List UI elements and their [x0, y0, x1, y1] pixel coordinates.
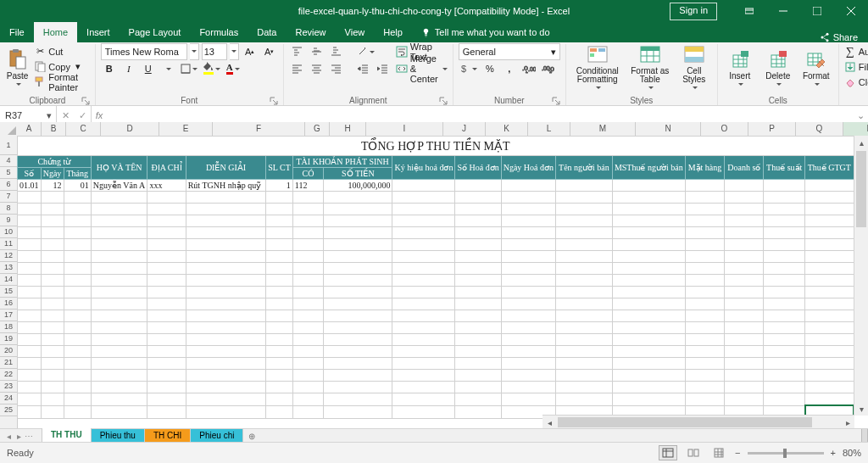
- vertical-scroll-thumb[interactable]: [856, 151, 866, 227]
- border-button[interactable]: [179, 61, 199, 75]
- sheet-tab-phieu-chi[interactable]: Phieu chi: [190, 429, 243, 443]
- page-break-view-icon[interactable]: [709, 445, 728, 460]
- cells-grid[interactable]: TỔNG HỢP THU TIỀN MẶTChứng từHỌ VÀ TÊNĐỊ…: [17, 136, 854, 416]
- font-color-button[interactable]: A: [225, 61, 242, 75]
- zoom-slider[interactable]: [748, 452, 824, 455]
- accounting-format-icon[interactable]: $: [459, 61, 479, 75]
- minimize-icon[interactable]: [766, 0, 800, 22]
- scroll-down-icon[interactable]: ▾: [854, 402, 868, 416]
- vertical-scrollbar[interactable]: ▴ ▾: [854, 136, 868, 416]
- horizontal-scroll-thumb[interactable]: [558, 417, 812, 427]
- share-button[interactable]: Share: [820, 32, 868, 42]
- tab-page-layout[interactable]: Page Layout: [120, 22, 191, 42]
- dialog-launcher-icon[interactable]: [552, 97, 560, 105]
- cell-styles-button[interactable]: Cell Styles: [676, 44, 712, 90]
- select-all-corner[interactable]: [0, 122, 18, 137]
- scroll-up-icon[interactable]: ▴: [854, 136, 868, 149]
- increase-indent-icon[interactable]: [375, 61, 392, 75]
- align-top-icon[interactable]: [289, 44, 306, 59]
- italic-button[interactable]: I: [120, 61, 137, 75]
- clear-button[interactable]: Clear: [844, 75, 868, 89]
- merge-center-button[interactable]: Merge & Center: [396, 61, 448, 75]
- tab-review[interactable]: Review: [286, 22, 335, 42]
- paste-button[interactable]: Paste: [5, 44, 30, 90]
- number-format-select[interactable]: General▾: [459, 43, 560, 60]
- svg-rect-22: [590, 53, 594, 57]
- percent-format-icon[interactable]: %: [481, 61, 498, 75]
- tab-nav-menu-icon[interactable]: ⋯: [24, 432, 34, 441]
- underline-dropdown[interactable]: [159, 61, 176, 75]
- format-cells-button[interactable]: Format: [799, 44, 833, 90]
- increase-font-icon[interactable]: A▴: [242, 44, 259, 59]
- decrease-decimal-icon[interactable]: .00.0: [540, 61, 557, 75]
- align-bottom-icon[interactable]: [328, 44, 345, 59]
- font-size-select[interactable]: 13: [202, 43, 227, 60]
- zoom-slider-thumb[interactable]: [783, 449, 787, 458]
- tab-data[interactable]: Data: [248, 22, 286, 42]
- fill-button[interactable]: Fill: [844, 59, 868, 74]
- tab-home[interactable]: Home: [34, 22, 77, 42]
- font-name-dropdown[interactable]: [190, 43, 199, 60]
- sheet-tab-th-chi[interactable]: TH CHI: [144, 429, 191, 443]
- cut-button[interactable]: ✂Cut: [34, 44, 90, 59]
- new-sheet-icon[interactable]: ⊕: [243, 432, 260, 441]
- format-as-table-button[interactable]: Format as Table: [628, 44, 672, 90]
- page-layout-view-icon[interactable]: [684, 445, 703, 460]
- enter-formula-icon[interactable]: ✓: [74, 110, 91, 121]
- svg-rect-6: [13, 49, 19, 53]
- decrease-indent-icon[interactable]: [355, 61, 372, 75]
- dialog-launcher-icon[interactable]: [439, 97, 448, 105]
- horizontal-scrollbar[interactable]: ◂ ▸: [542, 415, 854, 429]
- align-center-icon[interactable]: [309, 61, 326, 75]
- scroll-right-icon[interactable]: ▸: [841, 416, 854, 429]
- tab-view[interactable]: View: [336, 22, 375, 42]
- underline-button[interactable]: U: [140, 61, 157, 75]
- decrease-font-icon[interactable]: A▾: [261, 44, 278, 59]
- scroll-left-icon[interactable]: ◂: [542, 416, 556, 429]
- tell-me[interactable]: Tell me what you want to do: [412, 22, 559, 42]
- bold-button[interactable]: B: [101, 61, 118, 75]
- expand-formula-bar-icon[interactable]: ⌄: [853, 110, 868, 121]
- align-left-icon[interactable]: [289, 61, 306, 75]
- svg-rect-40: [694, 449, 698, 456]
- cancel-formula-icon[interactable]: ✕: [57, 110, 74, 121]
- orientation-icon[interactable]: [355, 44, 376, 59]
- dialog-launcher-icon[interactable]: [81, 97, 90, 105]
- delete-cells-button[interactable]: Delete: [761, 44, 795, 90]
- sign-in-button[interactable]: Sign in: [670, 3, 717, 20]
- tab-insert[interactable]: Insert: [77, 22, 120, 42]
- tab-split-handle[interactable]: [861, 429, 868, 443]
- fill-color-button[interactable]: [202, 61, 222, 75]
- sheet-tab-phieu-thu[interactable]: Phieu thu: [91, 429, 145, 443]
- font-name-select[interactable]: Times New Roma: [101, 43, 187, 60]
- tab-file[interactable]: File: [0, 22, 34, 42]
- format-painter-button[interactable]: Format Painter: [34, 75, 90, 89]
- increase-decimal-icon[interactable]: .0.00: [520, 61, 537, 75]
- conditional-formatting-button[interactable]: Conditional Formatting: [571, 44, 624, 90]
- tab-help[interactable]: Help: [374, 22, 412, 42]
- comma-format-icon[interactable]: ,: [501, 61, 518, 75]
- zoom-out-icon[interactable]: −: [735, 448, 740, 458]
- tab-formulas[interactable]: Formulas: [190, 22, 248, 42]
- maximize-icon[interactable]: [800, 0, 834, 22]
- zoom-in-icon[interactable]: +: [831, 448, 836, 458]
- normal-view-icon[interactable]: [659, 445, 677, 460]
- svg-rect-0: [745, 8, 754, 14]
- close-icon[interactable]: [834, 0, 868, 22]
- dialog-launcher-icon[interactable]: [270, 97, 278, 105]
- sheet-tabs-bar: ◂▸⋯ TH THU Phieu thu TH CHI Phieu chi ⊕: [0, 428, 868, 443]
- svg-rect-39: [688, 449, 693, 456]
- font-size-dropdown[interactable]: [230, 43, 239, 60]
- autosum-button[interactable]: ∑AutoSum: [844, 44, 868, 59]
- column-headers[interactable]: ABCDEFGHIJKLMNOPQR: [17, 122, 854, 137]
- tab-nav-prev-icon[interactable]: ◂: [3, 432, 14, 441]
- align-right-icon[interactable]: [328, 61, 345, 75]
- align-middle-icon[interactable]: [309, 44, 326, 59]
- insert-cells-button[interactable]: Insert: [723, 44, 757, 90]
- ribbon-options-icon[interactable]: [732, 0, 766, 22]
- tab-nav-next-icon[interactable]: ▸: [14, 432, 24, 441]
- svg-point-3: [821, 36, 823, 39]
- copy-icon: [34, 61, 46, 73]
- zoom-level[interactable]: 80%: [843, 448, 861, 458]
- row-headers[interactable]: 145678910111213141516171819202122232425: [0, 136, 18, 429]
